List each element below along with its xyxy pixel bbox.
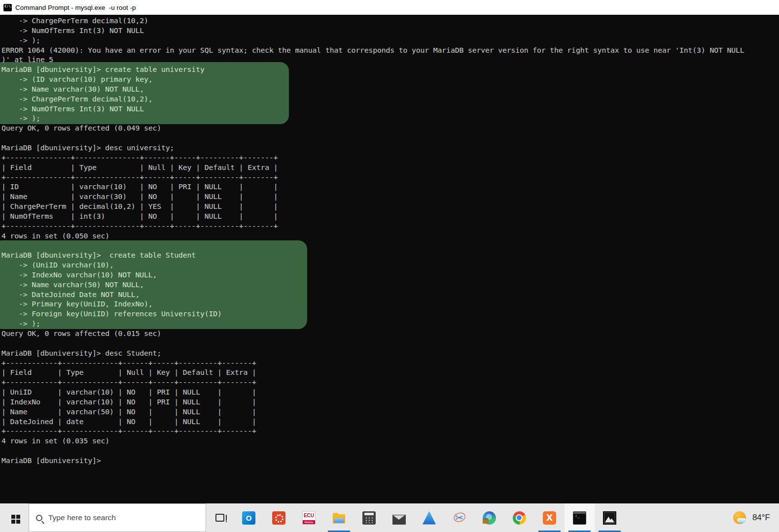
terminal-line: -> NumOfTerms Int(3) NOT NULL bbox=[1, 104, 779, 114]
sun-cloud-weather-icon bbox=[733, 510, 747, 525]
search-icon bbox=[36, 515, 42, 521]
taskbar-app-ecu[interactable] bbox=[294, 503, 324, 532]
task-view-button[interactable] bbox=[206, 503, 234, 532]
taskbar-app-snip[interactable] bbox=[444, 503, 474, 532]
taskbar-app-outlook[interactable] bbox=[234, 503, 264, 532]
terminal-body: -> ChargePerTerm decimal(10,2) -> NumOfT… bbox=[0, 15, 779, 466]
terminal-line: | NumOfTerms | int(3) | NO | | NULL | | bbox=[1, 211, 779, 221]
azure-icon bbox=[423, 511, 436, 525]
command-prompt-icon bbox=[3, 4, 12, 11]
terminal-line bbox=[1, 446, 779, 456]
terminal-line: -> ChargePerTerm decimal(10,2) bbox=[1, 16, 779, 26]
taskbar-app-photos[interactable] bbox=[595, 503, 625, 532]
terminal-line: | ID | varchar(10) | NO | PRI | NULL | | bbox=[1, 182, 779, 192]
terminal-line: +------------+-------------+------+-----… bbox=[1, 358, 779, 368]
terminal-line: -> IndexNo varchar(10) NOT NULL, bbox=[1, 270, 779, 280]
taskbar-search[interactable] bbox=[29, 503, 206, 532]
terminal-line: +------------+-------------+------+-----… bbox=[1, 377, 779, 387]
terminal-window[interactable]: -> ChargePerTerm decimal(10,2) -> NumOfT… bbox=[0, 15, 779, 503]
taskbar-app-cmd[interactable] bbox=[565, 503, 595, 532]
ecu-icon bbox=[302, 511, 316, 525]
calculator-icon bbox=[362, 511, 376, 525]
terminal-line: +---------------+---------------+------+… bbox=[1, 172, 779, 182]
terminal-line: 4 rows in set (0.050 sec) bbox=[1, 231, 779, 241]
terminal-line: | DateJoined | date | NO | | NULL | | bbox=[1, 417, 779, 427]
terminal-line: | Name | varchar(30) | NO | | NULL | | bbox=[1, 192, 779, 201]
terminal-line: -> DateJoined Date NOT NULL, bbox=[1, 290, 779, 299]
weather-tray-button[interactable]: 84°F bbox=[733, 503, 779, 532]
terminal-line: +------------+-------------+------+-----… bbox=[1, 426, 779, 436]
outlook-icon bbox=[242, 511, 255, 525]
terminal-line bbox=[1, 133, 779, 143]
window-titlebar[interactable]: Command Prompt - mysql.exe -u root -p bbox=[0, 0, 779, 15]
taskbar-app-edge[interactable] bbox=[474, 503, 504, 532]
terminal-line: -> ); bbox=[1, 35, 779, 45]
terminal-line: -> (ID varchar(10) primary key, bbox=[1, 74, 779, 84]
canvas-icon bbox=[272, 511, 285, 525]
cmd-icon bbox=[573, 511, 586, 525]
taskbar-apps bbox=[234, 503, 625, 532]
task-view-icon bbox=[215, 514, 224, 522]
terminal-line: | Field | Type | Null | Key | Default | … bbox=[1, 367, 779, 377]
terminal-line: 4 rows in set (0.035 sec) bbox=[1, 436, 779, 446]
chrome-icon bbox=[513, 511, 526, 525]
terminal-line: | Name | varchar(50) | NO | | NULL | | bbox=[1, 407, 779, 417]
terminal-line: -> ); bbox=[1, 113, 779, 123]
terminal-line: MariaDB [dbuniversity]> create table uni… bbox=[1, 65, 779, 74]
terminal-line: Query OK, 0 rows affected (0.049 sec) bbox=[1, 123, 779, 133]
terminal-line: MariaDB [dbuniversity]> bbox=[1, 456, 779, 466]
terminal-line: MariaDB [dbuniversity]> desc Student; bbox=[1, 348, 779, 358]
taskbar-app-explorer[interactable] bbox=[324, 503, 354, 532]
taskbar-app-xampp[interactable] bbox=[534, 503, 565, 532]
search-input[interactable] bbox=[48, 513, 186, 522]
terminal-line: -> Name varchar(50) NOT NULL, bbox=[1, 280, 779, 290]
terminal-line: +---------------+---------------+------+… bbox=[1, 221, 779, 231]
mail-icon bbox=[392, 515, 406, 525]
terminal-line bbox=[1, 338, 779, 348]
terminal-line: -> ); bbox=[1, 319, 779, 329]
terminal-line: -> Foreign key(UniID) references Univers… bbox=[1, 309, 779, 319]
terminal-line: MariaDB [dbuniversity]> desc university; bbox=[1, 143, 779, 153]
window-title: Command Prompt - mysql.exe -u root -p bbox=[15, 4, 136, 11]
edge-icon bbox=[483, 511, 496, 525]
start-button[interactable] bbox=[0, 503, 29, 532]
snip-icon bbox=[453, 511, 466, 525]
taskbar-app-canvas[interactable] bbox=[264, 503, 294, 532]
explorer-icon bbox=[332, 511, 346, 525]
terminal-line: MariaDB [dbuniversity]> create table Stu… bbox=[1, 250, 779, 260]
terminal-line: -> (UniID varchar(10), bbox=[1, 260, 779, 270]
terminal-line: Query OK, 0 rows affected (0.015 sec) bbox=[1, 329, 779, 338]
windows-logo-icon bbox=[11, 515, 15, 519]
terminal-line: | UniID | varchar(10) | NO | PRI | NULL … bbox=[1, 387, 779, 397]
terminal-line bbox=[1, 240, 779, 250]
photos-icon bbox=[603, 511, 616, 525]
desktop-screen: Command Prompt - mysql.exe -u root -p ->… bbox=[0, 0, 779, 532]
terminal-line: +---------------+---------------+------+… bbox=[1, 153, 779, 163]
temperature-label: 84°F bbox=[752, 513, 770, 523]
taskbar-app-chrome[interactable] bbox=[504, 503, 534, 532]
xampp-icon bbox=[543, 511, 556, 525]
taskbar-app-azure[interactable] bbox=[414, 503, 444, 532]
terminal-line: ERROR 1064 (42000): You have an error in… bbox=[1, 45, 779, 55]
terminal-line: | ChargePerTerm | decimal(10,2) | YES | … bbox=[1, 201, 779, 211]
terminal-line: -> Primary key(UniID, IndexNo), bbox=[1, 299, 779, 309]
terminal-line: -> ChargePerTerm decimal(10,2), bbox=[1, 94, 779, 104]
terminal-line: -> Name varchar(30) NOT NULL, bbox=[1, 84, 779, 94]
terminal-line: )' at line 5 bbox=[1, 55, 779, 65]
taskbar-spacer bbox=[625, 503, 733, 532]
terminal-line: -> NumOfTerms Int(3) NOT NULL bbox=[1, 26, 779, 35]
taskbar-app-mail[interactable] bbox=[384, 503, 414, 532]
terminal-line: | IndexNo | varchar(10) | NO | PRI | NUL… bbox=[1, 397, 779, 407]
taskbar-app-calculator[interactable] bbox=[354, 503, 384, 532]
terminal-line: | Field | Type | Null | Key | Default | … bbox=[1, 163, 779, 172]
taskbar: 84°F bbox=[0, 503, 779, 532]
